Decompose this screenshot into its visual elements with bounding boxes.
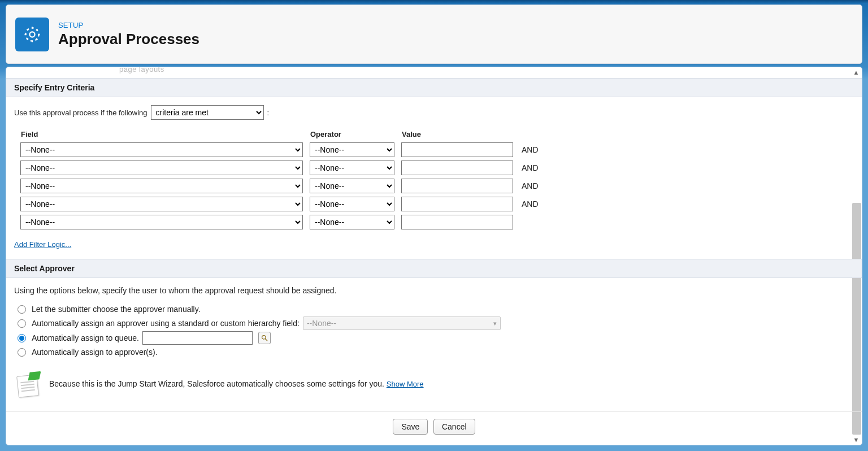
approver-option-approvers-row: Automatically assign to approver(s).: [18, 346, 854, 358]
note-icon: [15, 371, 41, 397]
criteria-value-input[interactable]: [401, 142, 513, 157]
criteria-field-select[interactable]: --None--: [20, 142, 303, 157]
section-body-approver: Using the options below, specify the use…: [6, 278, 862, 411]
criteria-and-label: AND: [519, 196, 539, 212]
criteria-intro-suffix: :: [267, 109, 270, 117]
approver-label-hierarchy: Automatically assign an approver using a…: [32, 319, 300, 328]
criteria-and-label: AND: [519, 178, 539, 194]
criteria-condition-select[interactable]: criteria are met: [151, 105, 264, 120]
approver-radio-queue[interactable]: [18, 334, 26, 342]
approver-option-queue-row: Automatically assign to queue.: [18, 331, 854, 345]
criteria-field-select[interactable]: --None--: [20, 215, 303, 229]
svg-point-0: [29, 32, 34, 37]
criteria-table: Field Operator Value --None----None--AND…: [14, 128, 545, 232]
criteria-and-label: AND: [519, 160, 539, 176]
criteria-operator-select[interactable]: --None--: [310, 215, 394, 229]
search-icon: [261, 334, 268, 342]
wizard-show-more-link[interactable]: Show More: [387, 380, 424, 388]
criteria-row: --None----None--AND: [20, 160, 539, 176]
criteria-row: --None----None--AND: [20, 196, 539, 212]
criteria-and-label: AND: [519, 142, 539, 158]
criteria-intro-text: Use this approval process if the followi…: [14, 109, 147, 117]
page-pretitle: SETUP: [58, 21, 199, 29]
wizard-note-text: Because this is the Jump Start Wizard, S…: [49, 379, 387, 388]
criteria-row: --None----None--AND: [20, 142, 539, 158]
svg-line-3: [265, 339, 267, 340]
svg-point-1: [25, 28, 38, 41]
hierarchy-field-select[interactable]: --None-- ▾: [303, 316, 501, 330]
page-header: SETUP Approval Processes: [6, 5, 862, 64]
approver-radio-manual[interactable]: [18, 305, 26, 314]
page-title: Approval Processes: [58, 31, 199, 48]
criteria-value-input[interactable]: [401, 161, 513, 175]
approver-radio-approvers[interactable]: [18, 348, 26, 357]
page-body: ▲ ▼ page layouts Specify Entry Criteria …: [6, 67, 862, 445]
criteria-field-select[interactable]: --None--: [20, 161, 303, 175]
criteria-and-label: [519, 214, 539, 230]
approver-label-manual: Let the submitter choose the approver ma…: [32, 305, 201, 314]
queue-name-input[interactable]: [142, 331, 253, 345]
criteria-value-input[interactable]: [401, 197, 513, 211]
col-header-operator: Operator: [309, 130, 395, 140]
scroll-down-arrow[interactable]: ▼: [852, 435, 861, 444]
footer-bar: Save Cancel: [6, 411, 862, 444]
criteria-value-input[interactable]: [401, 179, 513, 193]
cancel-button[interactable]: Cancel: [433, 419, 475, 435]
add-filter-logic-link[interactable]: Add Filter Logic...: [14, 240, 71, 249]
criteria-value-input[interactable]: [401, 215, 513, 229]
chevron-down-icon: ▾: [493, 320, 497, 327]
criteria-operator-select[interactable]: --None--: [310, 142, 394, 157]
gear-icon: [15, 18, 49, 51]
criteria-field-select[interactable]: --None--: [20, 179, 303, 193]
section-body-criteria: Use this approval process if the followi…: [6, 97, 862, 259]
app-root: SETUP Approval Processes ▲ ▼ page layout…: [0, 0, 868, 451]
col-header-value: Value: [401, 130, 514, 140]
approver-label-queue: Automatically assign to queue.: [32, 333, 139, 342]
section-header-criteria: Specify Entry Criteria: [6, 78, 862, 97]
queue-lookup-button[interactable]: [258, 332, 271, 344]
criteria-operator-select[interactable]: --None--: [310, 179, 394, 193]
approver-option-manual-row: Let the submitter choose the approver ma…: [18, 303, 854, 315]
body-scroll-area[interactable]: page layouts Specify Entry Criteria Use …: [6, 67, 862, 445]
criteria-row: --None----None--AND: [20, 178, 539, 194]
save-button[interactable]: Save: [393, 419, 428, 435]
criteria-row: --None----None--: [20, 214, 539, 230]
col-header-field: Field: [20, 130, 303, 140]
approver-option-hierarchy-row: Automatically assign an approver using a…: [18, 316, 854, 330]
approver-intro-text: Using the options below, specify the use…: [14, 286, 854, 295]
approver-label-approvers: Automatically assign to approver(s).: [32, 348, 158, 357]
criteria-operator-select[interactable]: --None--: [310, 197, 394, 211]
criteria-field-select[interactable]: --None--: [20, 197, 303, 211]
approver-radio-hierarchy[interactable]: [18, 319, 26, 328]
section-header-approver: Select Approver: [6, 259, 862, 278]
criteria-operator-select[interactable]: --None--: [310, 161, 394, 175]
wizard-note: Because this is the Jump Start Wizard, S…: [15, 371, 854, 397]
hierarchy-field-placeholder: --None--: [307, 319, 336, 328]
scroll-up-arrow[interactable]: ▲: [852, 68, 861, 77]
prior-section-peek: page layouts: [119, 67, 862, 73]
